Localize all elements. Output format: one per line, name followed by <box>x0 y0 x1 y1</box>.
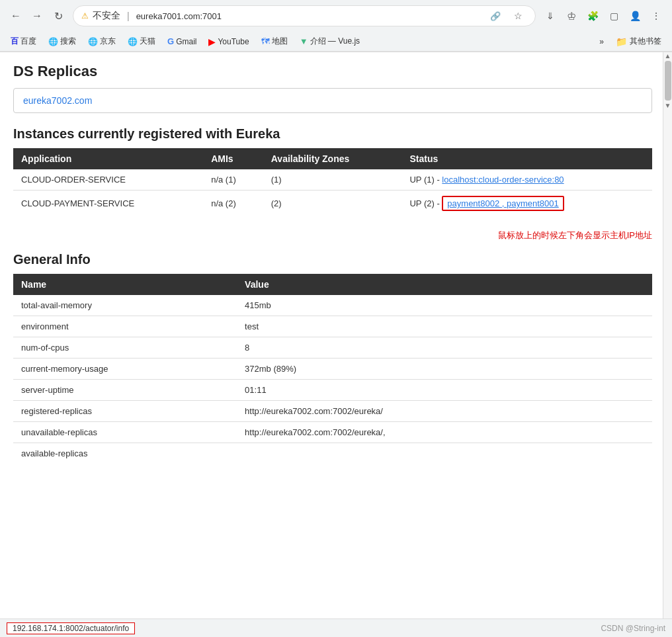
general-info-table: Name Value total-avail-memory415mbenviro… <box>13 274 652 464</box>
address-bar[interactable]: ⚠ 不安全 | eureka7001.com:7001 🔗 ☆ <box>73 5 536 26</box>
bookmarks-more-button[interactable]: » <box>595 36 608 48</box>
status-text: UP (2) - <box>409 198 439 208</box>
order-service-link[interactable]: localhost:cloud-order-service:80 <box>442 175 564 185</box>
toolbar-icons: ⇓ ♔ 🧩 ▢ 👤 ⋮ <box>541 7 665 25</box>
cell-status: UP (2) - payment8002 , payment8001 <box>401 191 652 217</box>
bookmark-vuejs[interactable]: ▼ 介绍 — Vue.js <box>296 34 364 48</box>
bookmark-gmail-label: Gmail <box>176 37 196 46</box>
table-row: CLOUD-ORDER-SERVICE n/a (1) (1) UP (1) -… <box>13 169 652 191</box>
cell-zones: (1) <box>263 169 402 191</box>
reload-button[interactable]: ↻ <box>49 7 67 25</box>
replica-link[interactable]: eureka7002.com <box>23 95 92 106</box>
table-row: environmenttest <box>13 316 652 337</box>
table-row: CLOUD-PAYMENT-SERVICE n/a (2) (2) UP (2)… <box>13 191 652 217</box>
cell-application: CLOUD-ORDER-SERVICE <box>13 169 203 191</box>
cell-name: server-uptime <box>13 380 237 401</box>
cell-value: 01:11 <box>237 380 652 401</box>
nav-buttons: ← → ↻ <box>7 7 67 25</box>
bookmark-search[interactable]: 🌐 搜索 <box>44 34 80 48</box>
folder-icon: 📁 <box>616 36 627 47</box>
col-application: Application <box>13 148 203 169</box>
table-row: num-of-cpus8 <box>13 337 652 359</box>
bookmark-baidu[interactable]: 百 百度 <box>7 34 40 48</box>
bookmark-maps-label: 地图 <box>272 36 288 47</box>
cell-value: 415mb <box>237 295 652 316</box>
cell-amis: n/a (1) <box>203 169 263 191</box>
extension-puzzle-icon[interactable]: 🧩 <box>583 7 602 25</box>
table-row: registered-replicashttp://eureka7002.com… <box>13 401 652 422</box>
cell-value <box>237 443 652 464</box>
security-icon: ⚠ <box>81 11 89 21</box>
status-bar: 192.168.174.1:8002/actuator/info CSDN @S… <box>0 618 672 637</box>
bookmark-maps[interactable]: 🗺 地图 <box>257 34 292 48</box>
general-info-header-row: Name Value <box>13 274 652 295</box>
vuejs-icon: ▼ <box>300 36 308 46</box>
cell-value: http://eureka7002.com:7002/eureka/, <box>237 422 652 443</box>
bookmark-jd[interactable]: 🌐 京东 <box>84 34 120 48</box>
scrollbar-thumb[interactable] <box>665 61 671 101</box>
bookmark-vuejs-label: 介绍 — Vue.js <box>310 36 360 47</box>
cell-zones: (2) <box>263 191 402 217</box>
bookmark-tmall[interactable]: 🌐 天猫 <box>124 34 159 48</box>
instances-table-header-row: Application AMIs Availability Zones Stat… <box>13 148 652 169</box>
back-button[interactable]: ← <box>7 7 25 25</box>
separator: | <box>127 11 130 21</box>
cell-value: 372mb (89%) <box>237 359 652 380</box>
other-bookmarks[interactable]: 📁 其他书签 <box>612 34 665 48</box>
browser-toolbar: ← → ↻ ⚠ 不安全 | eureka7001.com:7001 🔗 ☆ ⇓ … <box>0 0 672 32</box>
scroll-up-arrow[interactable]: ▲ <box>663 52 672 60</box>
table-row: available-replicas <box>13 443 652 464</box>
cell-application: CLOUD-PAYMENT-SERVICE <box>13 191 203 217</box>
menu-icon[interactable]: ⋮ <box>647 7 665 25</box>
payment-service-link[interactable]: payment8002 , payment8001 <box>447 198 558 208</box>
general-info-title: General Info <box>13 252 652 267</box>
profile-icon[interactable]: ♔ <box>562 7 581 25</box>
bookmark-jd-label: 京东 <box>100 36 116 47</box>
instances-title: Instances currently registered with Eure… <box>13 126 652 142</box>
col-status: Status <box>401 148 652 169</box>
jd-icon: 🌐 <box>88 37 98 46</box>
url-text: eureka7001.com:7001 <box>136 11 482 21</box>
other-bookmarks-label: 其他书签 <box>630 36 661 47</box>
bookmarks-bar: 百 百度 🌐 搜索 🌐 京东 🌐 天猫 G Gmail ▶ YouTube 🗺 … <box>0 32 672 52</box>
bookmarks-more-label: » <box>599 37 604 46</box>
table-row: current-memory-usage372mb (89%) <box>13 359 652 380</box>
bookmark-youtube-label: YouTube <box>218 37 249 46</box>
replicas-box: eureka7002.com <box>13 88 652 113</box>
cell-name: num-of-cpus <box>13 337 237 359</box>
table-row: unavailable-replicashttp://eureka7002.co… <box>13 422 652 443</box>
cell-value: http://eureka7002.com:7002/eureka/ <box>237 401 652 422</box>
table-row: server-uptime01:11 <box>13 380 652 401</box>
ds-replicas-title: DS Replicas <box>13 63 652 80</box>
status-text: UP (1) - <box>409 175 439 185</box>
bookmark-youtube[interactable]: ▶ YouTube <box>204 35 253 48</box>
scrollbar[interactable]: ▲ ▼ <box>663 52 672 637</box>
baidu-icon: 百 <box>11 36 19 47</box>
share-icon[interactable]: 🔗 <box>486 7 505 25</box>
search-icon: 🌐 <box>48 37 58 46</box>
col-value: Value <box>237 274 652 295</box>
status-url-box: 192.168.174.1:8002/actuator/info <box>7 622 135 634</box>
cast-icon[interactable]: ▢ <box>605 7 623 25</box>
cell-name: available-replicas <box>13 443 237 464</box>
cell-value: 8 <box>237 337 652 359</box>
bookmark-search-label: 搜索 <box>60 36 76 47</box>
security-label: 不安全 <box>93 10 120 22</box>
forward-button[interactable]: → <box>28 7 46 25</box>
status-attribution: CSDN @String-int <box>601 624 665 633</box>
bookmark-gmail[interactable]: G Gmail <box>163 35 200 48</box>
cell-status: UP (1) - localhost:cloud-order-service:8… <box>401 169 652 191</box>
cell-name: environment <box>13 316 237 337</box>
download-icon[interactable]: ⇓ <box>541 7 560 25</box>
annotation-text: 鼠标放上的时候左下角会显示主机IP地址 <box>13 230 652 241</box>
scroll-down-arrow[interactable]: ▼ <box>663 102 672 109</box>
account-icon[interactable]: 👤 <box>626 7 644 25</box>
bookmark-star-icon[interactable]: ☆ <box>509 7 527 25</box>
table-row: total-avail-memory415mb <box>13 295 652 316</box>
cell-name: current-memory-usage <box>13 359 237 380</box>
browser-chrome: ← → ↻ ⚠ 不安全 | eureka7001.com:7001 🔗 ☆ ⇓ … <box>0 0 672 52</box>
bookmark-tmall-label: 天猫 <box>140 36 155 47</box>
cell-name: unavailable-replicas <box>13 422 237 443</box>
col-zones: Availability Zones <box>263 148 402 169</box>
col-name: Name <box>13 274 237 295</box>
